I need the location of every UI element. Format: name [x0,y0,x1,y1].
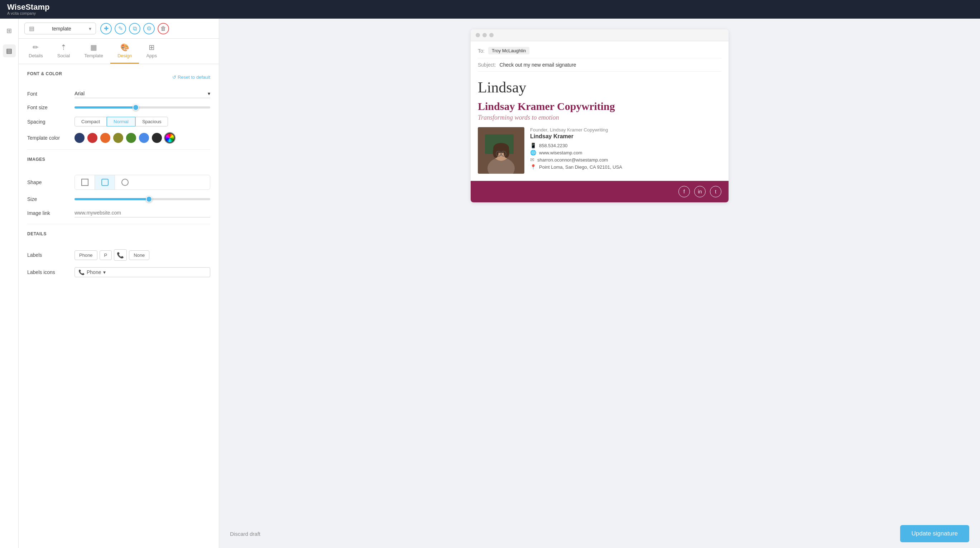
font-size-thumb[interactable] [132,104,139,111]
sig-address: 📍 Point Loma, San Diego, CA 92101, USA [530,164,721,170]
email-chrome-bar [471,29,729,41]
email-icon: ✉ [530,157,535,163]
add-icon-btn[interactable]: ✚ [100,23,112,34]
chrome-dot-3 [489,33,493,37]
labels-icons-select[interactable]: 📞 Phone ▾ [75,267,210,277]
spacing-compact[interactable]: Compact [75,117,107,126]
sidebar-icon-grid[interactable]: ⊞ [3,24,16,37]
topbar: WiseStamp A vcita company [0,0,980,19]
edit-icon-btn[interactable]: ✎ [115,23,126,34]
panel-content: FONT & COLOR ↺ Reset to default Font Ari… [19,64,219,548]
image-link-row: Image link [27,208,210,218]
twitter-icon-btn[interactable]: t [710,186,721,197]
font-select[interactable]: Arial ▾ [75,89,210,98]
label-p-btn[interactable]: P [100,250,112,260]
reset-link[interactable]: ↺ Reset to default [172,75,210,80]
tab-social-label: Social [57,53,70,59]
tab-apps[interactable]: ⊞ Apps [139,39,164,64]
swatch-navy[interactable] [75,133,84,143]
size-slider[interactable] [75,198,210,200]
template-icon: ▦ [90,43,97,52]
sig-company: Lindsay Kramer Copywriting [478,100,721,113]
font-size-control [75,106,210,108]
template-select-arrow: ▾ [89,26,91,32]
email-subject-label: Subject: [478,62,496,68]
sig-photo [478,127,524,174]
icon-sidebar: ⊞ ▤ [0,19,19,548]
delete-icon-btn[interactable]: 🗑 [158,23,169,34]
sig-name: Lindsay Kramer [530,133,721,140]
settings-icon-btn[interactable]: ⚙ [143,23,155,34]
shape-row: Shape [27,175,210,190]
font-color-header: FONT & COLOR ↺ Reset to default [27,71,210,83]
sig-info-row: Founder, Lindsay Kramer Copywriting Lind… [478,127,721,174]
tab-template-label: Template [84,53,103,59]
spacing-spacious[interactable]: Spacious [135,117,168,126]
shape-rounded-icon [101,179,108,186]
labels-icons-arrow: ▾ [103,269,106,275]
swatch-custom[interactable] [165,133,175,143]
font-color-title: FONT & COLOR [27,71,62,76]
tab-template[interactable]: ▦ Template [77,39,110,64]
reset-label: Reset to default [178,75,210,80]
details-title: DETAILS [27,231,46,237]
shape-control [75,175,210,190]
bottom-bar: Discard draft Update signature [219,519,980,548]
font-label: Font [27,91,70,97]
email-to-row: To: Troy McLaughlin [478,47,721,59]
images-header: IMAGES [27,157,210,168]
swatch-blue[interactable] [139,133,149,143]
swatch-orange[interactable] [100,133,110,143]
tab-details[interactable]: ✏ Details [21,39,50,64]
sig-role: Founder, Lindsay Kramer Copywriting [530,127,721,132]
size-fill [75,198,149,200]
color-swatches [75,133,210,143]
apps-icon: ⊞ [149,43,155,52]
sig-tagline: Transforming words to emotion [478,114,721,121]
swatch-green[interactable] [126,133,136,143]
tab-social[interactable]: ⇡ Social [50,39,77,64]
labels-icons-value: Phone [87,269,101,275]
shape-rounded-btn[interactable] [95,175,115,189]
label-icon-btn[interactable]: 📞 [114,249,127,261]
copy-icon-btn[interactable]: ⧉ [129,23,140,34]
swatch-red[interactable] [88,133,97,143]
label-none-btn[interactable]: None [129,250,150,260]
tab-design[interactable]: 🎨 Design [110,39,139,64]
discard-link[interactable]: Discard draft [230,531,260,537]
social-icon: ⇡ [60,43,67,52]
labels-row: Labels Phone P 📞 None [27,249,210,261]
sig-phone-value: 858.534.2230 [539,143,568,148]
font-size-slider[interactable] [75,106,210,108]
sidebar-icon-card[interactable]: ▤ [3,44,16,57]
sig-website-value: www.wisestamp.com [539,150,582,156]
image-link-control [75,208,210,218]
image-link-input[interactable] [75,208,210,218]
label-phone-btn[interactable]: Phone [75,250,97,260]
spacing-buttons: Compact Normal Spacious [75,117,210,126]
linkedin-icon-btn[interactable]: in [694,186,706,197]
spacing-control: Compact Normal Spacious [75,117,210,126]
swatch-olive[interactable] [113,133,123,143]
update-signature-button[interactable]: Update signature [900,525,969,542]
email-to-label: To: [478,48,485,54]
spacing-normal[interactable]: Normal [107,117,135,126]
labels-icons-label: Labels icons [27,269,70,275]
swatch-dark[interactable] [152,133,162,143]
template-select[interactable]: ▤ template ▾ [24,22,96,34]
size-thumb[interactable] [146,196,152,202]
font-size-fill [75,106,136,108]
location-icon: 📍 [530,164,536,170]
signature-handwriting: Lindsay [478,79,721,96]
label-options: Phone P 📞 None [75,249,210,261]
shape-circle-btn[interactable] [115,175,135,189]
facebook-icon-btn[interactable]: f [678,186,690,197]
sig-photo-svg [478,127,524,174]
tab-design-label: Design [118,53,132,59]
images-title: IMAGES [27,157,45,162]
sig-website: 🌐 www.wisestamp.com [530,150,721,156]
shape-square-btn[interactable] [75,175,95,189]
sig-email-value: sharron.oconnor@wisestamp.com [537,157,608,163]
sig-footer: f in t [471,181,729,202]
divider-2 [27,224,210,224]
